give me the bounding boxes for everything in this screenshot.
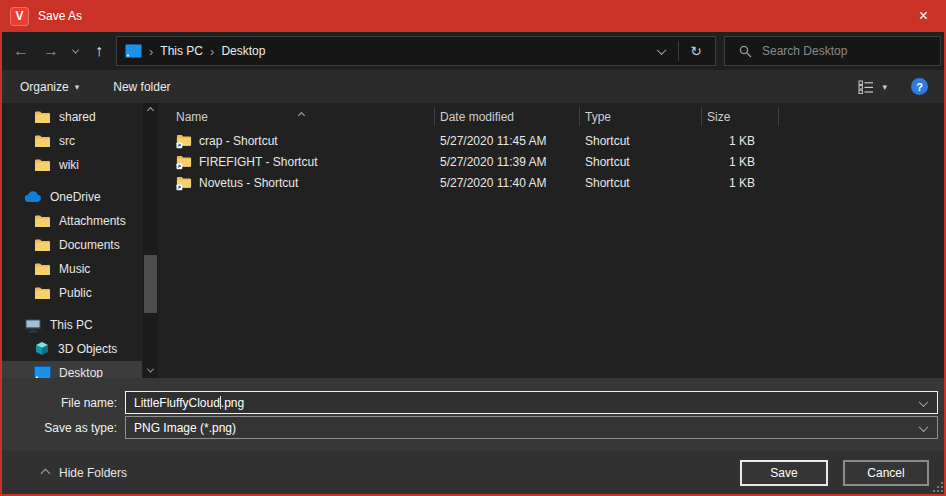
save-as-type-value: PNG Image (*.png) — [134, 421, 236, 435]
view-mode-button[interactable]: ▾ — [858, 80, 887, 94]
recent-locations-button[interactable] — [66, 49, 84, 54]
scroll-down-button[interactable] — [143, 363, 158, 378]
sidebar-item-label: This PC — [50, 318, 93, 332]
navigation-bar: ← → ↑ › This PC › Desktop ↻ — [0, 32, 946, 70]
computer-icon — [24, 318, 42, 333]
dropdown-triangle-icon: ▾ — [75, 82, 80, 92]
hide-folders-button[interactable]: Hide Folders — [42, 466, 740, 480]
sidebar-item-label: wiki — [59, 158, 79, 172]
chevron-up-icon — [147, 107, 154, 114]
breadcrumb-separator-icon: › — [210, 44, 214, 59]
up-button[interactable]: ↑ — [84, 42, 114, 60]
file-name-label: File name: — [0, 396, 125, 410]
chevron-up-icon — [41, 468, 51, 478]
sidebar-item-3d-objects[interactable]: 3D Objects — [0, 337, 142, 361]
refresh-button[interactable]: ↻ — [683, 43, 709, 59]
chevron-down-icon — [919, 397, 929, 407]
column-header-size[interactable]: Size — [701, 103, 779, 130]
back-button[interactable]: ← — [6, 42, 36, 60]
folder-icon — [34, 214, 51, 228]
address-bar[interactable]: › This PC › Desktop ↻ — [116, 36, 716, 66]
cancel-button[interactable]: Cancel — [843, 460, 929, 486]
scrollbar-thumb[interactable] — [144, 255, 157, 313]
folder-shortcut-icon — [176, 133, 192, 149]
save-button[interactable]: Save — [740, 460, 828, 486]
folder-shortcut-icon — [176, 175, 192, 191]
up-arrow-icon: ↑ — [95, 42, 103, 59]
new-folder-label: New folder — [113, 80, 170, 94]
sidebar-item-label: Music — [59, 262, 90, 276]
help-button[interactable]: ? — [911, 78, 928, 95]
folder-shortcut-icon — [176, 154, 192, 170]
column-header-date-modified[interactable]: Date modified — [434, 103, 579, 130]
command-toolbar: Organize ▾ New folder ▾ ? — [0, 70, 946, 103]
sidebar-item-onedrive[interactable]: OneDrive — [0, 185, 142, 209]
breadcrumb-this-pc[interactable]: This PC — [160, 44, 203, 58]
close-button[interactable]: × — [901, 0, 946, 32]
sidebar-item-label: Desktop — [59, 366, 103, 378]
address-divider — [678, 41, 679, 61]
breadcrumb-desktop[interactable]: Desktop — [221, 44, 265, 58]
organize-label: Organize — [20, 80, 69, 94]
chevron-down-icon — [919, 422, 929, 432]
chevron-down-icon — [71, 46, 78, 53]
forward-button[interactable]: → — [36, 42, 66, 60]
sidebar-item-label: OneDrive — [50, 190, 101, 204]
details-view-icon — [858, 80, 874, 94]
sidebar-item-label: 3D Objects — [58, 342, 117, 356]
sidebar-scrollbar[interactable] — [143, 103, 158, 378]
window-title: Save As — [38, 9, 901, 23]
file-name-value-ext: .png — [221, 396, 244, 410]
sidebar-item-label: shared — [59, 110, 96, 124]
search-input[interactable]: Search Desktop — [724, 36, 941, 66]
sidebar-item-public[interactable]: Public — [0, 281, 142, 305]
sidebar-item-this-pc[interactable]: This PC — [0, 313, 142, 337]
help-icon: ? — [916, 81, 923, 93]
sidebar-item-label: Public — [59, 286, 92, 300]
save-as-dialog: V Save As × ← → ↑ › This PC › Desktop ↻ — [0, 0, 946, 496]
scroll-up-button[interactable] — [143, 103, 158, 118]
refresh-icon: ↻ — [690, 43, 702, 59]
file-size: 1 KB — [701, 151, 779, 172]
sidebar-item-label: Attachments — [59, 214, 126, 228]
search-placeholder: Search Desktop — [762, 44, 847, 58]
sidebar-item-label: src — [59, 134, 75, 148]
onedrive-cloud-icon — [24, 191, 42, 203]
address-dropdown-button[interactable] — [648, 48, 674, 55]
forward-arrow-icon: → — [43, 42, 59, 59]
title-bar: V Save As × — [0, 0, 946, 32]
sidebar-item-src[interactable]: src — [0, 129, 142, 153]
file-row[interactable]: Novetus - Shortcut 5/27/2020 11:40 AM Sh… — [160, 172, 946, 193]
navigation-pane: shared src wiki OneDrive Attachments Doc… — [0, 103, 160, 378]
file-row[interactable]: crap - Shortcut 5/27/2020 11:45 AM Short… — [160, 130, 946, 151]
folder-icon — [34, 262, 51, 276]
folder-icon — [34, 110, 51, 124]
sidebar-item-attachments[interactable]: Attachments — [0, 209, 142, 233]
file-name: Novetus - Shortcut — [199, 176, 298, 190]
file-row[interactable]: FIREFIGHT - Shortcut 5/27/2020 11:39 AM … — [160, 151, 946, 172]
sidebar-item-wiki[interactable]: wiki — [0, 153, 142, 177]
sidebar-item-music[interactable]: Music — [0, 257, 142, 281]
resize-grip[interactable] — [931, 480, 943, 492]
footer-bar: Hide Folders Save Cancel — [0, 450, 946, 496]
column-header-name[interactable]: Name — [176, 103, 434, 130]
sidebar-item-desktop[interactable]: Desktop — [0, 361, 142, 378]
folder-icon — [34, 134, 51, 148]
file-name: FIREFIGHT - Shortcut — [199, 155, 317, 169]
save-as-type-select[interactable]: PNG Image (*.png) — [125, 416, 938, 439]
organize-button[interactable]: Organize ▾ — [20, 80, 79, 94]
file-list: Name Date modified Type Size crap - Shor… — [160, 103, 946, 378]
file-name-input[interactable]: LittleFluffyCloud.png — [125, 391, 938, 414]
column-header-type[interactable]: Type — [579, 103, 701, 130]
main-area: shared src wiki OneDrive Attachments Doc… — [0, 103, 946, 378]
file-size: 1 KB — [701, 172, 779, 193]
sidebar-item-documents[interactable]: Documents — [0, 233, 142, 257]
file-type: Shortcut — [579, 130, 701, 151]
close-icon: × — [919, 7, 928, 25]
cube-icon — [34, 341, 50, 357]
sidebar-item-shared[interactable]: shared — [0, 105, 142, 129]
column-header-blank — [779, 103, 946, 130]
fields-panel: File name: LittleFluffyCloud.png Save as… — [0, 378, 946, 450]
file-name-value-stem: LittleFluffyCloud — [134, 396, 220, 410]
new-folder-button[interactable]: New folder — [113, 80, 170, 94]
